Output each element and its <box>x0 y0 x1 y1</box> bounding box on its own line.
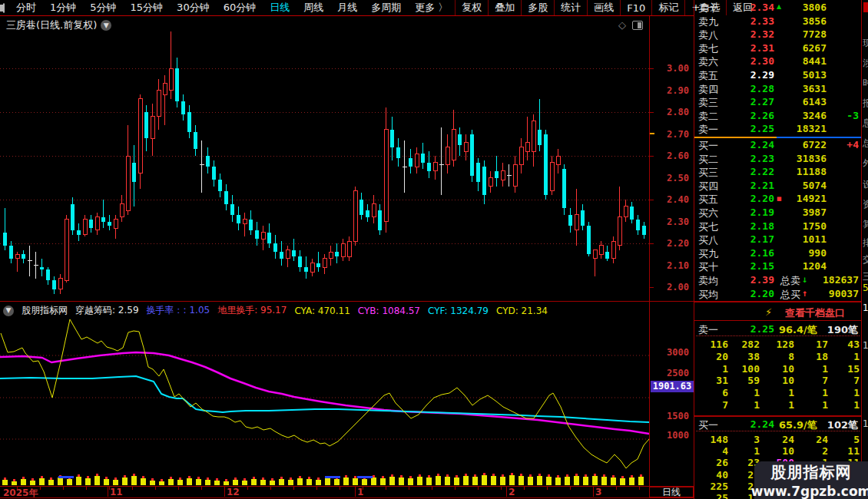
level-volume: 3987 <box>694 207 827 218</box>
order-book-row[interactable]: 买三 2.22 11188 <box>694 166 861 179</box>
trade-count-cell: 25 <box>696 492 728 499</box>
menu-bar: 分时1分钟5分钟15分钟30分钟60分钟日线周线月线多周期更多 〉 复权叠加多股… <box>0 0 694 16</box>
level-volume: 3631 <box>694 83 827 94</box>
menu-item-8[interactable]: 月线 <box>330 1 364 15</box>
trade-count-cell: 10 <box>762 375 794 386</box>
clipped-sidebar-item[interactable]: 时 <box>863 77 868 90</box>
indicator-chart[interactable] <box>0 319 649 473</box>
clipped-sidebar-item[interactable]: 涉 <box>863 57 868 70</box>
tool-button-5[interactable]: F10 <box>620 0 651 15</box>
menu-item-3[interactable]: 15分钟 <box>124 1 171 15</box>
clipped-sidebar-item[interactable]: 排 <box>863 236 868 250</box>
order-book-row[interactable]: 买八 2.17 1011 <box>694 233 861 246</box>
indicator-axis-label: 3000 <box>667 347 689 358</box>
level-volume: 3806 <box>694 2 827 13</box>
menu-item-2[interactable]: 5分钟 <box>83 1 123 15</box>
divider <box>0 497 694 498</box>
signal-dash <box>357 476 373 478</box>
order-book-row[interactable]: 买十 2.15 1204 <box>694 260 861 273</box>
level-volume: 11188 <box>694 166 827 177</box>
clipped-sidebar-item[interactable]: 息 <box>863 117 868 130</box>
mini-volume-bars <box>0 473 649 486</box>
order-book-row[interactable]: 卖二 2.26 3246-3 <box>694 110 861 123</box>
menu-item-0[interactable]: 分时 <box>9 1 43 15</box>
tool-button-1[interactable]: 叠加 <box>488 0 521 15</box>
order-book-row[interactable]: 卖六 2.30 8441 <box>694 55 861 68</box>
order-book-row[interactable]: 卖八 2.32 7728 <box>694 28 861 41</box>
trade-count-cell: 1 <box>762 387 794 398</box>
clipped-sidebar-item[interactable]: 1 <box>863 302 868 313</box>
clipped-sidebar-item[interactable]: 算 <box>863 218 868 231</box>
indicator-value-6: CYF: 1324.79 <box>428 306 489 316</box>
main-chart[interactable]: 三房巷(日线.前复权) ▼ ◇ <box>0 16 649 301</box>
price-axis-label: 2.70 <box>667 129 689 140</box>
chevron-down-icon[interactable]: ▼ <box>3 306 14 316</box>
chevron-down-icon[interactable]: ▼ <box>101 20 111 31</box>
indicator-value-5: CYB: 1084.57 <box>358 306 420 316</box>
diamond-icon[interactable]: ◇ <box>618 19 626 31</box>
order-book-row[interactable]: 买一 2.24 6722+4 <box>694 139 861 152</box>
order-book-row[interactable]: 卖十 2.34▲ 3806 <box>694 2 861 15</box>
order-book-row[interactable]: 买七 2.18 1750 <box>694 220 861 233</box>
order-book-row[interactable]: 买六 2.19 3987 <box>694 207 861 220</box>
time-axis: 2025年1112123 <box>0 487 649 497</box>
split-window-icon[interactable] <box>632 21 643 30</box>
level-volume: 31836 <box>694 153 827 164</box>
current-value-badge: 1901.63 <box>651 381 694 392</box>
menu-item-7[interactable]: 周线 <box>297 1 330 15</box>
clipped-sidebar-item[interactable]: 总 <box>863 137 868 150</box>
ask-summary-row: 卖一2.25 96.4/笔190笔 <box>694 323 861 336</box>
trade-count-cell: 1 <box>827 351 860 362</box>
trade-count-cell: 8 <box>762 351 794 362</box>
price-axis-label: 2.80 <box>667 107 689 117</box>
order-book-row[interactable]: 买九 2.16 990 <box>694 247 861 260</box>
trade-count-cell: 116 <box>696 339 728 350</box>
tool-button-4[interactable]: 画线 <box>587 0 620 15</box>
menu-item-4[interactable]: 30分钟 <box>170 1 217 15</box>
clipped-sidebar-item[interactable]: 设 <box>863 178 868 191</box>
menu-item-9[interactable]: 多周期 <box>364 1 408 15</box>
menu-item-6[interactable]: 日线 <box>263 1 297 15</box>
period-indicator[interactable]: 日线 <box>649 487 694 497</box>
level-volume: 1750 <box>694 220 827 232</box>
order-book-row[interactable]: 卖七 2.31 6267 <box>694 42 861 55</box>
clipped-sidebar-item[interactable]: 外 <box>863 157 868 170</box>
signal-dash <box>58 476 74 478</box>
order-book-row[interactable]: 卖五 2.29 5013 <box>694 69 861 82</box>
strip-button[interactable] <box>863 2 868 12</box>
menu-item-1[interactable]: 1分钟 <box>43 1 83 15</box>
trade-count-cell: 15 <box>827 363 860 375</box>
order-book-row[interactable]: 卖九 2.33 3856 <box>694 15 861 28</box>
tool-button-0[interactable]: 复权 <box>455 0 488 15</box>
menu-item-5[interactable]: 60分钟 <box>217 1 263 15</box>
level-volume: 3246 <box>694 110 827 121</box>
price-axis-label: 2.60 <box>667 150 689 161</box>
clipped-sidebar-item[interactable]: 报 <box>863 97 868 110</box>
clipped-sidebar-item[interactable]: 三 <box>863 270 868 283</box>
trade-count-cell: 1 <box>727 399 760 411</box>
tool-button-2[interactable]: 多股 <box>521 0 554 15</box>
order-book-row[interactable]: 卖一 2.25 18321 <box>694 123 861 136</box>
indicator-value-2: 换手率：: 1.05 <box>147 304 210 317</box>
order-book-row[interactable]: 买四 2.21 5074 <box>694 180 861 193</box>
order-book-row[interactable]: 卖四 2.28 3631 <box>694 83 861 96</box>
window-panes-icon[interactable] <box>3 3 5 13</box>
clipped-sidebar-item[interactable]: 1 <box>863 418 868 429</box>
clipped-sidebar-item[interactable]: 现 <box>863 37 868 50</box>
order-book-row[interactable]: 卖三 2.27 6143 <box>694 96 861 109</box>
tool-button-3[interactable]: 统计 <box>554 0 587 15</box>
price-axis-label: 3.00 <box>667 63 689 74</box>
trade-count-cell: 43 <box>827 339 860 350</box>
clipped-sidebar-item[interactable]: 交 <box>863 253 868 266</box>
prev-close-marker <box>650 133 654 134</box>
view-full-depth[interactable]: ⚡ 查看千档盘口 <box>694 305 861 321</box>
clipped-sidebar-item[interactable]: 5 <box>863 283 868 293</box>
tool-button-6[interactable]: 标记 <box>651 0 684 15</box>
menu-item-10[interactable]: 更多 〉 <box>408 1 455 15</box>
clipped-sidebar-item[interactable]: 1 <box>863 340 868 351</box>
price-axis-label: 2.00 <box>667 282 689 292</box>
clipped-sidebar-item[interactable]: 资 <box>863 198 868 211</box>
order-book-row[interactable]: 买二 2.23 31836 <box>694 153 861 166</box>
order-book-row[interactable]: 买五 2.20■ 14921 <box>694 193 861 206</box>
signal-dash <box>325 476 340 478</box>
